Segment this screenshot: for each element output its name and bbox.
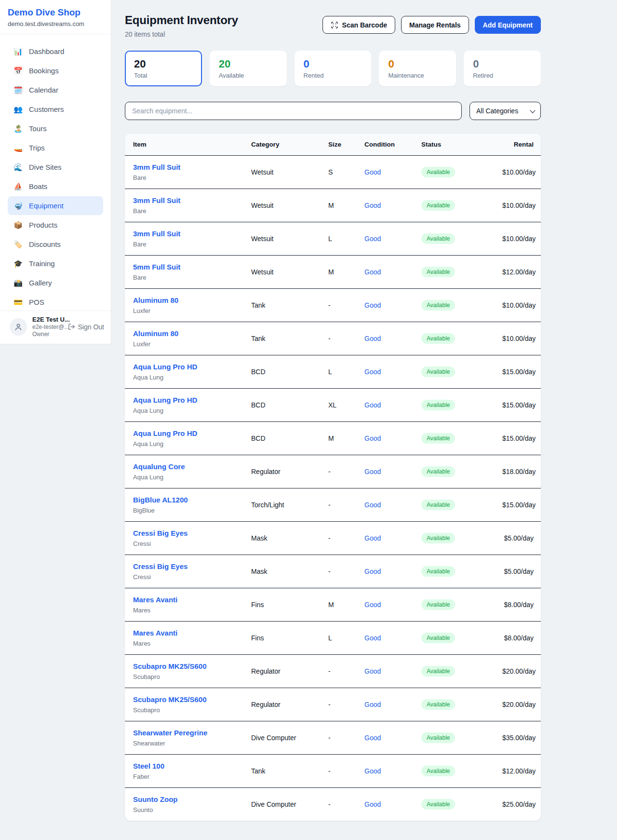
table-row[interactable]: Aluminum 80 Luxfer Tank - Good Available… (125, 289, 541, 322)
sidebar-item-discounts[interactable]: 🏷️ Discounts (8, 235, 103, 254)
stat-value: 0 (473, 58, 532, 70)
table-row[interactable]: Shearwater Peregrine Shearwater Dive Com… (125, 721, 541, 755)
table-row[interactable]: Aluminum 80 Luxfer Tank - Good Available… (125, 322, 541, 355)
stat-value: 20 (134, 58, 193, 70)
table-row[interactable]: Steel 100 Faber Tank - Good Available $1… (125, 755, 541, 788)
sidebar-item-dive-sites[interactable]: 🌊 Dive Sites (8, 158, 103, 176)
column-header-status: Status (416, 134, 496, 156)
table-row[interactable]: Mares Avanti Mares Fins M Good Available… (125, 588, 541, 622)
table-row[interactable]: 5mm Full Suit Bare Wetsuit M Good Availa… (125, 256, 541, 289)
table-row[interactable]: Suunto Zoop Suunto Dive Computer - Good … (125, 788, 541, 821)
status-badge: Available (421, 599, 455, 610)
table-row[interactable]: Mares Avanti Mares Fins L Good Available… (125, 622, 541, 655)
sidebar-item-products[interactable]: 📦 Products (8, 216, 103, 234)
item-name-link[interactable]: Mares Avanti (133, 596, 240, 604)
stat-value: 0 (388, 58, 447, 70)
table-row[interactable]: Cressi Big Eyes Cressi Mask - Good Avail… (125, 555, 541, 588)
stat-card-total[interactable]: 20 Total (125, 51, 202, 86)
sidebar-item-calendar[interactable]: 🗓️ Calendar (8, 81, 103, 99)
table-row[interactable]: 3mm Full Suit Bare Wetsuit M Good Availa… (125, 189, 541, 222)
sidebar-item-tours[interactable]: 🏝️ Tours (8, 119, 103, 138)
item-rental-rate: $5.00/day (496, 522, 541, 555)
item-name-link[interactable]: Steel 100 (133, 762, 240, 771)
item-name-link[interactable]: Cressi Big Eyes (133, 529, 240, 538)
table-header-row: Item Category Size Condition Status Rent… (125, 134, 541, 156)
item-size: XL (322, 389, 359, 422)
item-brand: Aqua Lung (133, 374, 240, 381)
stat-card-available[interactable]: 20 Available (210, 51, 287, 86)
table-row[interactable]: BigBlue AL1200 BigBlue Torch/Light - Goo… (125, 488, 541, 522)
table-row[interactable]: Aqua Lung Pro HD Aqua Lung BCD XL Good A… (125, 389, 541, 422)
sidebar-item-customers[interactable]: 👥 Customers (8, 100, 103, 119)
item-name-link[interactable]: BigBlue AL1200 (133, 496, 240, 504)
table-row[interactable]: Aqualung Core Aqua Lung Regulator - Good… (125, 455, 541, 488)
brand-block[interactable]: Demo Dive Shop demo.test.divestreams.com (0, 0, 111, 34)
sidebar-item-gallery[interactable]: 📸 Gallery (8, 273, 103, 292)
stat-card-rented[interactable]: 0 Rented (295, 51, 372, 86)
category-select[interactable]: All Categories (469, 102, 541, 120)
item-category: Mask (245, 555, 322, 588)
status-badge: Available (421, 633, 455, 643)
item-condition: Good (359, 156, 416, 189)
item-category: Dive Computer (245, 788, 322, 821)
item-name-link[interactable]: Aqualung Core (133, 462, 240, 471)
header-actions: Scan Barcode Manage Rentals Add Equipmen… (322, 16, 541, 34)
column-header-size: Size (322, 134, 359, 156)
table-row[interactable]: Scubapro MK25/S600 Scubapro Regulator - … (125, 688, 541, 721)
sidebar-item-training[interactable]: 🎓 Training (8, 254, 103, 273)
sailboat-icon: ⛵ (13, 182, 23, 191)
stat-card-maintenance[interactable]: 0 Maintenance (379, 51, 456, 86)
item-category: Mask (245, 522, 322, 555)
item-name-link[interactable]: Cressi Big Eyes (133, 562, 240, 571)
item-name-link[interactable]: Aqua Lung Pro HD (133, 429, 240, 438)
item-name-link[interactable]: 3mm Full Suit (133, 230, 240, 238)
island-icon: 🏝️ (13, 124, 23, 133)
page-header: Equipment Inventory 20 items total Scan … (125, 14, 541, 38)
sidebar-item-equipment[interactable]: 🤿 Equipment (8, 196, 103, 215)
item-name-link[interactable]: Aluminum 80 (133, 329, 240, 338)
sidebar-item-dashboard[interactable]: 📊 Dashboard (8, 42, 103, 61)
item-name-link[interactable]: 3mm Full Suit (133, 163, 240, 172)
sidebar-item-boats[interactable]: ⛵ Boats (8, 177, 103, 196)
item-name-link[interactable]: Scubapro MK25/S600 (133, 662, 240, 671)
item-condition: Good (359, 322, 416, 355)
item-name-link[interactable]: Scubapro MK25/S600 (133, 695, 240, 704)
item-size: L (322, 222, 359, 256)
user-box: E2E Test U... e2e-tester@... Owner Sign … (0, 311, 111, 344)
item-rental-rate: $10.00/day (496, 289, 541, 322)
sign-out-button[interactable]: Sign Out (68, 323, 104, 331)
column-header-category: Category (245, 134, 322, 156)
manage-rentals-button[interactable]: Manage Rentals (401, 16, 469, 34)
item-category: BCD (245, 422, 322, 455)
stat-label: Rented (304, 72, 362, 79)
stat-card-retired[interactable]: 0 Retired (464, 51, 541, 86)
table-row[interactable]: 3mm Full Suit Bare Wetsuit L Good Availa… (125, 222, 541, 256)
item-name-link[interactable]: Shearwater Peregrine (133, 729, 240, 737)
search-input[interactable] (125, 102, 462, 120)
item-name-link[interactable]: 3mm Full Suit (133, 196, 240, 205)
table-row[interactable]: Cressi Big Eyes Cressi Mask - Good Avail… (125, 522, 541, 555)
item-brand: Scubapro (133, 706, 240, 714)
item-name-link[interactable]: Aqua Lung Pro HD (133, 363, 240, 371)
item-name-link[interactable]: 5mm Full Suit (133, 263, 240, 271)
sidebar-item-bookings[interactable]: 📅 Bookings (8, 61, 103, 80)
brand-title[interactable]: Demo Dive Shop (8, 7, 103, 18)
item-name-link[interactable]: Aluminum 80 (133, 296, 240, 305)
sidebar-item-label: Dive Sites (29, 163, 62, 171)
item-size: - (322, 555, 359, 588)
item-name-link[interactable]: Suunto Zoop (133, 795, 240, 804)
sidebar-item-pos[interactable]: 💳 POS (8, 293, 103, 312)
sidebar-item-trips[interactable]: 🚤 Trips (8, 138, 103, 157)
item-name-link[interactable]: Aqua Lung Pro HD (133, 396, 240, 405)
status-badge: Available (421, 666, 455, 677)
table-row[interactable]: Scubapro MK25/S600 Scubapro Regulator - … (125, 655, 541, 688)
status-badge: Available (421, 366, 455, 377)
table-row[interactable]: Aqua Lung Pro HD Aqua Lung BCD M Good Av… (125, 422, 541, 455)
item-name-link[interactable]: Mares Avanti (133, 629, 240, 637)
item-rental-rate: $12.00/day (496, 755, 541, 788)
add-equipment-button[interactable]: Add Equipment (475, 16, 541, 34)
table-row[interactable]: Aqua Lung Pro HD Aqua Lung BCD L Good Av… (125, 355, 541, 389)
table-row[interactable]: 3mm Full Suit Bare Wetsuit S Good Availa… (125, 156, 541, 189)
sidebar-item-label: Equipment (29, 202, 64, 210)
scan-barcode-button[interactable]: Scan Barcode (322, 16, 395, 34)
